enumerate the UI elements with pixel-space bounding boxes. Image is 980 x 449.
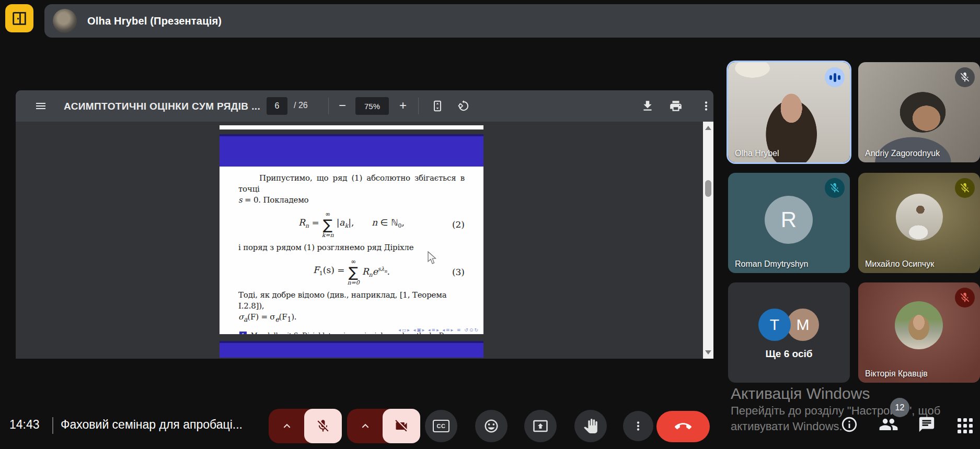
download-icon [641,99,654,113]
chat-button[interactable] [918,416,936,435]
present-screen-icon [533,418,548,434]
chat-icon [918,416,936,433]
download-button[interactable] [641,99,654,113]
fit-page-button[interactable] [431,99,444,113]
mic-muted-badge [955,178,975,198]
audio-bars-icon [829,73,840,82]
participant-tile-olha-hrybel[interactable]: Olha Hrybel [728,62,850,162]
camera-control-group[interactable] [347,409,420,443]
summation-symbol: ∞ ∑ k=n [322,211,334,238]
mouse-cursor [427,251,437,266]
equation-number: (2) [452,219,465,230]
end-call-icon [675,418,691,435]
scroll-up-arrow[interactable] [705,126,711,130]
meeting-details-button[interactable] [840,416,858,435]
equation-number: (3) [452,267,465,278]
pdf-content-area: Припустимо, що ряд (1) абсолютно збігаєт… [16,122,703,359]
presenter-avatar [53,9,77,33]
mic-off-icon [959,292,971,303]
people-icon [879,415,898,434]
captions-icon: CC [433,420,449,432]
page-number-input[interactable]: 6 [267,97,287,115]
participant-name: Вікторія Кравців [865,369,928,379]
presenter-name: Olha Hrybel (Презентація) [87,15,222,27]
reference-marker: 1 [239,332,247,334]
slide-paragraph: σa(F) = σe(F1). [238,312,465,325]
participant-name: Olha Hrybel [735,149,779,158]
pdf-viewer: АСИМПТОТИЧНІ ОЦІНКИ СУМ РЯДІВ ... 6 / 26… [16,90,713,359]
menu-icon[interactable] [34,100,47,112]
divider [52,417,53,434]
door-icon [10,9,28,27]
reactions-button[interactable] [475,410,508,442]
present-button[interactable] [524,410,557,442]
mic-off-icon [959,182,971,194]
videocam-off-icon [394,419,409,433]
more-vertical-icon [699,99,713,113]
more-call-options-button[interactable] [623,411,653,441]
participant-tile-mykhailo-osypchuk[interactable]: Михайло Осипчук [858,173,980,273]
call-control-bar: 14:43 Фаховий семінар для апробаці... CC [0,403,980,449]
scroll-down-arrow[interactable] [705,350,711,355]
meeting-title: Фаховий семінар для апробаці... [61,418,243,432]
initial-avatar-t: T [758,309,791,341]
emoji-icon [483,418,499,434]
mic-expand-chevron[interactable] [269,409,305,443]
mic-off-icon [829,182,840,194]
chevron-up-icon [281,420,293,432]
zoom-in-button[interactable]: + [395,98,411,113]
camera-expand-chevron[interactable] [347,409,384,443]
speaking-indicator [825,67,845,87]
slide-paragraph: Припустимо, що ряд (1) абсолютно збігаєт… [238,173,465,195]
mic-muted-badge [955,288,975,308]
participant-tile-viktoriia-kravtsiv[interactable]: Вікторія Кравців [858,282,980,383]
mic-off-icon [959,72,971,83]
more-options-button[interactable] [699,99,713,113]
open-door-app-icon[interactable] [5,4,33,32]
zoom-level[interactable]: 75% [355,97,389,115]
raise-hand-button[interactable] [574,410,607,442]
mic-off-icon [316,419,330,433]
photo-avatar [895,301,943,349]
letter-avatar: R [765,196,813,244]
participant-tile-roman-dmytryshyn[interactable]: R Roman Dmytryshyn [728,173,850,273]
end-call-button[interactable] [656,411,710,442]
print-button[interactable] [669,99,683,113]
print-icon [669,99,683,113]
overflow-participants-tile[interactable]: M T Ще 6 осіб [728,282,850,383]
beamer-nav-symbols: ◂▭▸ ◂▣▸ ◂≡▸ ◂≡▸ ≡ ↺⊙↻ [398,327,479,333]
rotate-button[interactable] [457,99,470,113]
participant-name: Andriy Zagorodnyuk [865,149,940,158]
camera-toggle-button[interactable] [383,409,420,443]
pdf-scrollbar[interactable] [703,122,713,359]
slide-title-band [220,134,483,167]
participant-name: Михайло Осипчук [865,259,934,269]
presenter-banner: Olha Hrybel (Презентація) [44,4,980,38]
scroll-thumb[interactable] [705,180,711,197]
mic-control-group[interactable] [269,409,342,443]
activities-button[interactable] [958,418,973,433]
participant-tile-andriy-zagorodnyuk[interactable]: Andriy Zagorodnyuk [858,62,980,162]
mic-muted-badge [825,178,845,198]
toolbar-divider [328,98,329,114]
people-button[interactable] [879,415,898,436]
initial-avatar-m: M [787,309,819,341]
captions-button[interactable]: CC [425,410,457,442]
participant-count-badge: 12 [890,398,909,417]
raise-hand-icon [583,419,598,433]
toolbar-divider [418,98,419,114]
info-icon [840,416,858,433]
mic-toggle-button[interactable] [304,409,342,443]
summation-symbol: ∞ ∑ n=0 [347,258,359,286]
participant-name: Roman Dmytryshyn [735,259,808,269]
clock: 14:43 [9,418,40,432]
more-participants-label: Ще 6 осіб [728,348,850,360]
photo-avatar [896,194,943,241]
more-vertical-icon [631,419,645,433]
slide-paragraph: s = 0. Покладемо [238,195,465,206]
zoom-out-button[interactable]: − [335,98,350,113]
equation-2: Rn = ∞ ∑ k=n |ak|, n ∈ ℕ0, (2) [238,211,465,238]
document-title: АСИМПТОТИЧНІ ОЦІНКИ СУМ РЯДІВ ... [64,101,260,112]
page-count: / 26 [294,101,308,110]
meet-screen: Olha Hrybel (Презентація) АСИМПТОТИЧНІ О… [0,0,980,449]
